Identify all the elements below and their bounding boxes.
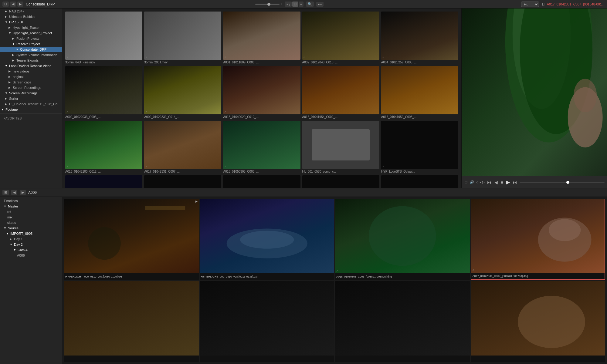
sidebar-item-screen-recordings2[interactable]: ▼ Screen Recordings bbox=[0, 90, 62, 96]
search-button[interactable]: 🔍 bbox=[306, 2, 314, 7]
nav-next-button[interactable]: ▶ bbox=[17, 2, 23, 7]
sidebar-item-loop-davinci[interactable]: ▼ Loop DaVinci Resolve Video bbox=[0, 63, 62, 69]
list-view-button[interactable]: ≡ bbox=[299, 2, 304, 7]
media-item-hyp-text3[interactable]: ♪ HYP_Text3_Output.mov bbox=[302, 175, 379, 188]
sidebar-item-ultimate-bubbles[interactable]: ▶ Ultimatte Bubbles bbox=[0, 14, 62, 19]
bottom-clip-a017-selected[interactable]: ♪ A017_01042331_C007_[001648-001713].dng bbox=[471, 199, 605, 280]
zoom-in-icon[interactable]: + bbox=[281, 2, 283, 6]
timeline-item-a006[interactable]: A006 bbox=[0, 253, 62, 258]
media-label: A009_01022339_C014_... bbox=[144, 115, 221, 119]
timeline-item-master[interactable]: ▼ Master bbox=[0, 204, 62, 209]
sidebar-item-screen-caps[interactable]: ▶ Screen caps bbox=[0, 79, 62, 85]
timeline-item-timelines[interactable]: Timelines bbox=[0, 198, 62, 204]
media-item-35mm64d[interactable]: ♪ 35mm_64D_Fine.mov bbox=[65, 12, 142, 64]
media-label: A001_01011809_C006_... bbox=[223, 61, 300, 64]
sidebar-item-footage[interactable]: ▼ Footage bbox=[0, 107, 62, 112]
bottom-fwd-button[interactable]: ▶ bbox=[20, 190, 26, 195]
clip-thumb bbox=[335, 281, 470, 362]
timeline-item-day1[interactable]: ▶ Day 1 bbox=[0, 236, 62, 242]
grid-view-button[interactable]: ⊞ bbox=[292, 2, 298, 7]
media-item-a009c003[interactable]: ♪ A009_01022033_C003_... bbox=[65, 66, 142, 119]
media-item-a001[interactable]: ♪ A001_01011809_C006_... bbox=[223, 12, 300, 64]
media-item-hyp-text4[interactable]: ♪ HYP_Text4_Output.mov bbox=[381, 175, 458, 188]
sidebar-item-fusion-projects[interactable]: ▶ Fusion Projects bbox=[0, 36, 62, 41]
sidebar-item-nab2847[interactable]: ▶ NAB 2847 bbox=[0, 8, 62, 14]
sidebar-item-resolve-project[interactable]: ▼ Resolve Project bbox=[0, 41, 62, 47]
timeline-item-soures[interactable]: ▼ Soures bbox=[0, 225, 62, 231]
step-fwd-icon[interactable]: ▷ bbox=[482, 180, 485, 184]
bottom-clip-r2c3[interactable] bbox=[335, 281, 470, 362]
timeline-item-cama[interactable]: ▼ Cam A bbox=[0, 247, 62, 253]
media-item-a013[interactable]: ♪ A013_01040029_C012_... bbox=[223, 66, 300, 119]
media-item-a004[interactable]: ♪ A004_01020259_C005_... bbox=[381, 12, 458, 64]
sort-button[interactable]: ≡↕ bbox=[285, 2, 292, 7]
media-item-a016c003[interactable]: ♪ A016_01041959_C003_... bbox=[381, 66, 458, 119]
bottom-clip-a018[interactable]: ♪ A018_01050305_C003_[003821-003895].dng bbox=[335, 199, 470, 280]
timeline-item-day2[interactable]: ▼ Day 2 bbox=[0, 242, 62, 247]
media-browser: ♪ 35mm_64D_Fine.mov ♪ 35mm_200T.mov ♪ A0… bbox=[62, 8, 461, 188]
sidebar-item-dr15ui[interactable]: ▼ DR 15 UI bbox=[0, 19, 62, 25]
sidebar-item-label: Footage bbox=[5, 108, 18, 111]
svg-point-11 bbox=[369, 206, 436, 266]
bottom-clip-hyperlight0510[interactable]: ▶ HYPERLIGHT_000_0510_v07.[0080-0129].ex… bbox=[64, 199, 199, 280]
media-item-hyp-logo-sts[interactable]: ♪ HYP_LogoSTS_Output... bbox=[381, 121, 458, 174]
active-clip-id: A017_01042331_C007_[001648-001... bbox=[547, 2, 605, 6]
bottom-clip-r2c4[interactable] bbox=[471, 281, 605, 362]
sidebar-item-new-videos[interactable]: ▶ new videos bbox=[0, 69, 62, 74]
stop-button[interactable]: ■ bbox=[500, 179, 504, 185]
media-item-hyp-text2[interactable]: ♪ HYP_Text2_Output.mov bbox=[223, 175, 300, 188]
bottom-clip-hyperlight0410[interactable]: HYPERLIGHT_000_0410_v28.[0013-0135].exr bbox=[200, 199, 334, 280]
timeline-item-mix[interactable]: mix bbox=[0, 214, 62, 220]
timeline-item-import0905[interactable]: ▼ IMPORT_0905 bbox=[0, 231, 62, 236]
bottom-clip-r2c1[interactable] bbox=[64, 281, 199, 362]
media-item-hyp-text1[interactable]: ♪ HYP_Text1_Output.mov bbox=[144, 175, 221, 188]
preview-icon-btn[interactable]: ⊡ bbox=[464, 180, 468, 185]
sidebar-item-screen-recordings1[interactable]: ▶ Screen Recordings bbox=[0, 85, 62, 90]
bottom-back-button[interactable]: ◀ bbox=[11, 190, 17, 195]
media-item-hyp-logo-usef[interactable]: U ♪ HYP_LogoUSEF_Outpu... bbox=[65, 175, 142, 188]
media-item-a018[interactable]: ♪ A018_01050305_C003_... bbox=[223, 121, 300, 174]
media-item-hl001[interactable]: HL_001_0570_comp_v... bbox=[302, 121, 379, 174]
media-item-a016c012[interactable]: ♪ A016_01042100_C012_... bbox=[65, 121, 142, 174]
preview-size-toggle[interactable]: ◧ bbox=[541, 2, 544, 6]
media-item-a017[interactable]: ♪ A017_01042331_C007_... bbox=[144, 121, 221, 174]
sidebar-item-ui-davinci[interactable]: ▶ UI_DaVinci Resolve 15_Surf_Col... bbox=[0, 101, 62, 107]
volume-icon[interactable]: 🔊 bbox=[470, 180, 474, 184]
clip-label bbox=[64, 356, 199, 362]
media-item-a009c014[interactable]: ♪ A009_01022339_C014_... bbox=[144, 66, 221, 119]
step-back-icon[interactable]: ◁ bbox=[476, 180, 478, 184]
timeline-item-slates[interactable]: slates bbox=[0, 220, 62, 225]
media-thumb: ♪ bbox=[302, 66, 379, 114]
fit-select[interactable]: Fit 25% 50% 100% bbox=[521, 2, 539, 7]
play-button[interactable]: ▶ bbox=[506, 179, 510, 186]
sidebar-item-surfer[interactable]: ▶ Surfer bbox=[0, 96, 62, 101]
sidebar-item-hyperlight-teaser-project[interactable]: ▼ Hyperlight_Teaser_Project bbox=[0, 30, 62, 36]
sidebar-item-system-volume[interactable]: ▶ System Volume Information bbox=[0, 52, 62, 58]
clip-label: A017_01042331_C007_[001648-001713].dng bbox=[471, 273, 605, 279]
media-thumb: ♪ bbox=[381, 12, 458, 60]
chevron-right-icon: ▶ bbox=[5, 15, 8, 18]
preview-timeline[interactable] bbox=[520, 182, 605, 183]
sidebar-item-teaser-exports[interactable]: ▶ Teaser Exports bbox=[0, 58, 62, 63]
step-back-button[interactable]: ◀ bbox=[494, 179, 498, 185]
sidebar-item-hyperlight-teaser[interactable]: ▶ Hyperlight_Teaser bbox=[0, 25, 62, 30]
zoom-slider[interactable] bbox=[255, 4, 280, 5]
nav-back-button[interactable]: ⊟ bbox=[2, 2, 9, 7]
nav-forward-button[interactable]: ◀ bbox=[10, 2, 16, 7]
sidebar-item-original[interactable]: ▶ original bbox=[0, 74, 62, 79]
media-thumb: ♪ bbox=[144, 175, 221, 188]
media-item-a002[interactable]: ♪ A002_01012048_C010_... bbox=[302, 12, 379, 64]
skip-back-button[interactable]: ⏮ bbox=[487, 179, 492, 185]
more-options-button[interactable]: ••• bbox=[316, 2, 324, 7]
media-item-35mm200t[interactable]: ♪ 35mm_200T.mov bbox=[144, 12, 221, 64]
sidebar-item-label: A006 bbox=[17, 254, 25, 257]
sidebar-item-consolidate-drp[interactable]: ▼ Consolidate_DRP bbox=[0, 47, 62, 52]
bottom-clip-r2c2[interactable] bbox=[200, 281, 334, 362]
bottom-nav-button[interactable]: ⊟ bbox=[2, 190, 9, 195]
media-thumb: ♪ bbox=[223, 66, 300, 114]
zoom-out-icon[interactable]: − bbox=[252, 2, 254, 6]
skip-forward-button[interactable]: ⏭ bbox=[512, 179, 518, 185]
timeline-item-ref[interactable]: ref bbox=[0, 209, 62, 214]
media-item-a016c002[interactable]: ♪ A016_01041954_C002_... bbox=[302, 66, 379, 119]
sidebar-item-label: Screen caps bbox=[13, 80, 31, 84]
